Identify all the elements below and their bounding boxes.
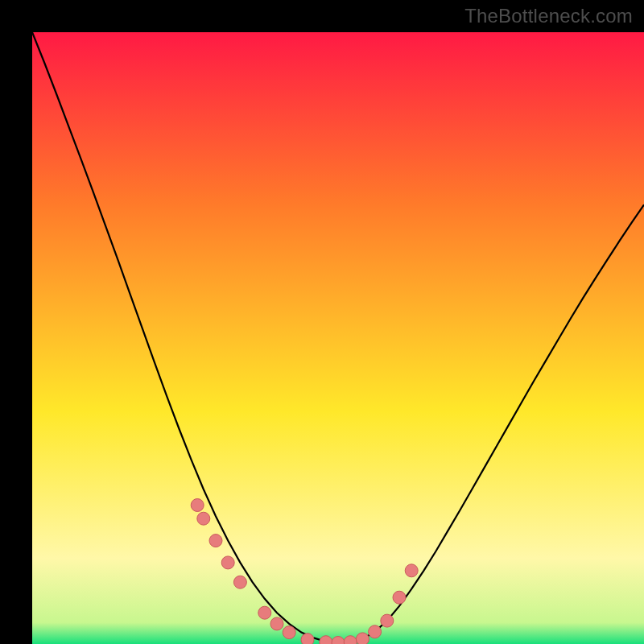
data-marker [258,606,271,619]
data-marker [191,499,204,512]
watermark: TheBottleneck.com [464,5,633,27]
chart-frame: TheBottleneck.com [0,0,644,644]
data-marker [301,634,314,644]
data-marker [356,633,369,644]
plot-area [32,32,644,644]
data-marker [369,625,382,638]
data-marker [233,576,246,588]
gradient-background [32,32,644,644]
data-marker [393,591,406,604]
data-marker [270,617,283,630]
data-marker [197,512,210,525]
data-marker [381,614,394,627]
data-marker [221,556,234,569]
data-marker [209,535,222,547]
chart-svg [32,32,644,644]
data-marker [405,564,418,577]
data-marker [283,626,295,639]
